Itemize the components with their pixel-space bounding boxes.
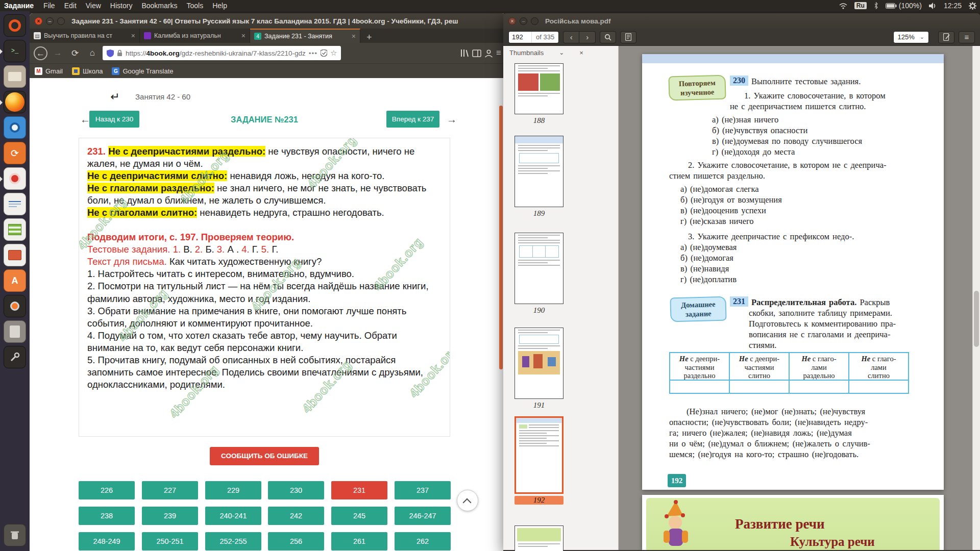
task-link-250-251[interactable]: 250-251 xyxy=(142,532,198,550)
dock-file-manager[interactable] xyxy=(4,65,26,88)
tab-close-icon[interactable]: × xyxy=(241,32,246,40)
thumbnail-page-193-partial[interactable] xyxy=(514,525,564,551)
report-error-button[interactable]: СООБЩИТЬ ОБ ОШИБКЕ xyxy=(210,447,319,465)
menu-history[interactable]: History xyxy=(110,2,133,10)
zoom-level-dropdown[interactable]: 125% ⌄ xyxy=(893,31,929,43)
thumbnail-page-192-selected[interactable] xyxy=(514,416,564,494)
pdf-titlebar[interactable]: × – Російська мова.pdf xyxy=(503,13,980,29)
next-task-button[interactable]: Вперед к 237 xyxy=(386,111,439,128)
return-arrow-icon[interactable]: ↵ xyxy=(110,90,119,104)
menu-view[interactable]: View xyxy=(86,2,101,10)
clock[interactable]: 12:25 xyxy=(944,2,962,10)
close-icon[interactable]: × xyxy=(508,17,516,25)
close-icon[interactable]: × xyxy=(35,17,42,25)
dock-ubuntu-dash[interactable] xyxy=(4,14,26,37)
tab-vyuchit-pravila[interactable]: ▤ Выучить правила на ст × xyxy=(30,29,140,43)
annotations-list-icon[interactable] xyxy=(620,31,636,43)
dock-impress[interactable] xyxy=(4,244,26,266)
next-arrow-icon[interactable]: → xyxy=(447,114,457,126)
menu-tools[interactable]: Tools xyxy=(186,2,203,10)
task-link-242[interactable]: 242 xyxy=(268,507,324,525)
minimize-icon[interactable]: – xyxy=(46,17,54,25)
dock-writer[interactable] xyxy=(4,193,26,215)
back-button[interactable]: ← xyxy=(34,46,47,60)
maximize-icon[interactable] xyxy=(531,17,538,25)
menu-bookmarks[interactable]: Bookmarks xyxy=(141,2,177,10)
dock-terminal[interactable]: >_ xyxy=(4,40,26,62)
task-link-256[interactable]: 256 xyxy=(268,532,324,550)
task-link-231-active[interactable]: 231 xyxy=(331,481,387,499)
sidebar-toggle-icon[interactable] xyxy=(472,49,481,57)
wifi-icon[interactable] xyxy=(839,3,847,9)
forward-button[interactable]: → xyxy=(51,48,65,58)
url-text[interactable]: https://4book.org/gdz-reshebniki-ukraina… xyxy=(126,49,306,57)
thumbnail-page-188[interactable] xyxy=(514,63,564,114)
dock-calc[interactable] xyxy=(4,218,26,241)
pdf-scrollbar[interactable] xyxy=(972,46,980,550)
dock-trash[interactable] xyxy=(4,524,26,546)
task-link-248-249[interactable]: 248-249 xyxy=(79,532,135,550)
chevron-down-icon[interactable]: ⌄ xyxy=(559,49,564,56)
task-link-238[interactable]: 238 xyxy=(79,507,135,525)
firefox-titlebar[interactable]: × – Задание 231 - Занятия 42 - 60| Ответ… xyxy=(30,13,505,29)
keyboard-layout-indicator[interactable]: Ru xyxy=(854,2,867,9)
thumbnail-page-191[interactable] xyxy=(514,328,564,399)
task-link-262[interactable]: 262 xyxy=(395,532,451,550)
tab-zadanie-231-active[interactable]: 4 Задание 231 - Занятия × xyxy=(250,29,360,43)
task-link-229[interactable]: 229 xyxy=(205,481,261,499)
next-page-button[interactable]: › xyxy=(579,31,596,43)
tab-close-icon[interactable]: × xyxy=(352,32,356,40)
task-link-246-247[interactable]: 246-247 xyxy=(395,507,451,525)
maximize-icon[interactable] xyxy=(57,17,65,25)
menu-edit[interactable]: Edit xyxy=(64,2,77,10)
page-scrollbar[interactable] xyxy=(499,106,503,369)
task-link-239[interactable]: 239 xyxy=(142,507,198,525)
search-icon[interactable] xyxy=(600,31,616,43)
dock-media-player[interactable] xyxy=(4,167,26,190)
pdf-scrollbar-thumb[interactable] xyxy=(974,291,979,347)
task-link-240-241[interactable]: 240-241 xyxy=(205,507,261,525)
tracking-shield-icon[interactable] xyxy=(107,49,114,57)
task-link-252-255[interactable]: 252-255 xyxy=(205,532,261,550)
sidebar-mode-dropdown[interactable]: Thumbnails xyxy=(509,49,544,57)
library-icon[interactable] xyxy=(460,49,469,57)
task-link-245[interactable]: 245 xyxy=(331,507,387,525)
previous-page-button[interactable]: ‹ xyxy=(563,31,579,43)
thumbnail-page-189[interactable] xyxy=(514,136,564,207)
tab-kalimba[interactable]: Калимба из натуральн × xyxy=(140,29,250,43)
session-gear-icon[interactable] xyxy=(969,2,976,10)
thumbnail-page-190[interactable] xyxy=(514,233,564,304)
dock-archive-manager[interactable] xyxy=(4,320,26,343)
bookmark-shkola[interactable]: Школа xyxy=(72,67,103,75)
tab-close-icon[interactable]: × xyxy=(131,32,135,40)
battery-indicator[interactable]: (100%) xyxy=(886,2,922,10)
task-link-226[interactable]: 226 xyxy=(79,481,135,499)
task-link-227[interactable]: 227 xyxy=(142,481,198,499)
volume-icon[interactable] xyxy=(929,3,937,9)
dock-software-center[interactable]: A xyxy=(4,269,26,292)
dock-firefox[interactable] xyxy=(4,91,26,113)
reload-button[interactable]: ⟳ xyxy=(68,48,82,59)
dock-blender[interactable] xyxy=(4,295,26,317)
account-icon[interactable] xyxy=(484,49,493,58)
dock-camera-app[interactable] xyxy=(4,116,26,139)
menu-help[interactable]: Help xyxy=(212,2,227,10)
home-button[interactable]: ⌂ xyxy=(85,48,100,58)
task-link-261[interactable]: 261 xyxy=(331,532,387,550)
overflow-dots-icon[interactable]: ••• xyxy=(309,49,317,57)
new-tab-button[interactable]: + xyxy=(360,32,378,43)
minimize-icon[interactable]: – xyxy=(520,17,527,25)
url-bar[interactable]: https://4book.org/gdz-reshebniki-ukraina… xyxy=(103,46,341,60)
menu-hamburger-icon[interactable]: ≡ xyxy=(496,48,501,58)
page-number-input[interactable] xyxy=(509,32,531,43)
pdf-menu-hamburger-icon[interactable]: ≡ xyxy=(959,31,975,43)
task-link-237[interactable]: 237 xyxy=(395,481,451,499)
task-link-230[interactable]: 230 xyxy=(268,481,324,499)
dock-software-updater[interactable]: ⟳ xyxy=(4,142,26,164)
annotate-page-icon[interactable] xyxy=(938,31,954,43)
bookmark-star-icon[interactable]: ☆ xyxy=(330,48,337,58)
sidebar-close-icon[interactable]: × xyxy=(579,49,583,57)
scroll-to-top-button[interactable] xyxy=(457,490,478,511)
bookmark-google-translate[interactable]: G Google Translate xyxy=(112,67,173,75)
menu-file[interactable]: File xyxy=(43,2,55,10)
